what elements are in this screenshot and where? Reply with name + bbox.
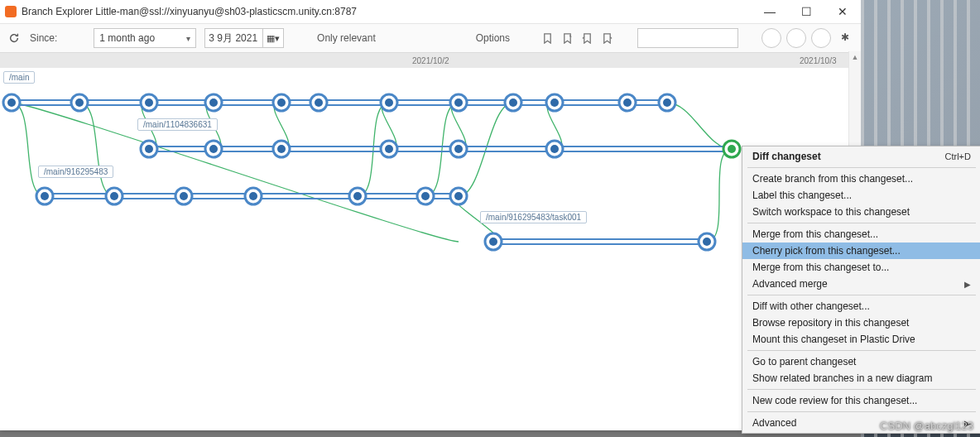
- svg-point-63: [703, 238, 711, 246]
- close-button[interactable]: ✕: [824, 0, 861, 23]
- app-icon: [5, 6, 17, 17]
- menu-item[interactable]: Merge from this changeset...: [742, 226, 980, 243]
- settings-icon[interactable]: ✱: [836, 28, 854, 46]
- menu-item[interactable]: Cherry pick from this changeset...: [742, 243, 980, 259]
- menu-item[interactable]: Label this changeset...: [742, 187, 980, 204]
- svg-point-13: [315, 98, 323, 107]
- scroll-up-icon[interactable]: ▲: [849, 51, 861, 63]
- menu-item[interactable]: Diff with other changeset...: [742, 298, 980, 315]
- bookmark-group: [540, 31, 614, 46]
- svg-point-7: [145, 98, 153, 107]
- date-marker: 2021/10/2: [412, 56, 449, 65]
- menu-item[interactable]: Go to parent changeset: [742, 353, 980, 370]
- minimize-button[interactable]: ―: [752, 0, 788, 23]
- svg-point-17: [454, 98, 463, 107]
- menu-item[interactable]: Browse repository in this changeset: [742, 315, 980, 331]
- watermark: CSDN @abczgl123: [880, 420, 973, 432]
- toolbar: Since: 1 month ago ▾ 3 9月 2021 ▦▾ Only r…: [0, 24, 861, 53]
- menu-item[interactable]: Switch workspace to this changeset: [742, 204, 980, 220]
- svg-point-5: [75, 98, 84, 107]
- app-window: Branch Explorer Little-man@ssl://xinyuan…: [0, 0, 861, 430]
- menu-item[interactable]: Mount this changeset in Plastic Drive: [742, 331, 980, 348]
- user-filter-icon[interactable]: [811, 28, 831, 48]
- branch-label[interactable]: /main/1104836631: [137, 118, 218, 131]
- menu-item[interactable]: Create branch from this changeset...: [742, 170, 980, 187]
- svg-point-31: [209, 145, 218, 153]
- user-filter-group: ✱: [761, 28, 854, 48]
- svg-point-33: [277, 145, 286, 153]
- svg-point-25: [663, 98, 671, 107]
- calendar-icon: ▦▾: [267, 33, 280, 44]
- bookmark-add-icon[interactable]: [560, 31, 574, 46]
- svg-point-51: [249, 192, 257, 200]
- svg-point-55: [421, 192, 430, 200]
- svg-point-15: [385, 98, 393, 107]
- branch-label[interactable]: /main/916295483: [38, 166, 113, 178]
- context-menu: Diff changesetCtrl+DCreate branch from t…: [742, 146, 980, 434]
- svg-point-61: [489, 238, 497, 246]
- svg-point-11: [277, 98, 286, 107]
- date-value: 3 9月 2021: [209, 31, 257, 46]
- svg-point-53: [353, 192, 362, 200]
- svg-point-57: [454, 192, 463, 200]
- svg-point-19: [509, 98, 517, 107]
- menu-item[interactable]: Show related branches in a new diagram: [742, 370, 980, 387]
- svg-point-37: [454, 145, 463, 153]
- bookmark-prev-icon[interactable]: [579, 31, 594, 46]
- svg-point-41: [728, 145, 736, 153]
- bookmark-next-icon[interactable]: [599, 31, 614, 46]
- maximize-button[interactable]: ☐: [788, 0, 824, 23]
- date-picker[interactable]: 3 9月 2021 ▦▾: [204, 28, 284, 48]
- svg-point-49: [180, 192, 188, 200]
- menu-item[interactable]: New code review for this changeset...: [742, 392, 980, 409]
- window-title: Branch Explorer Little-man@ssl://xinyuan…: [22, 6, 357, 17]
- options-button[interactable]: Options: [476, 32, 510, 44]
- branch-label[interactable]: /main: [3, 71, 35, 84]
- svg-point-23: [623, 98, 632, 107]
- svg-point-39: [550, 145, 559, 153]
- only-relevant-toggle[interactable]: Only relevant: [317, 32, 376, 44]
- branch-canvas[interactable]: /main/main/1104836631/main/916295483/mai…: [0, 68, 861, 424]
- date-strip: 2021/10/2 2021/10/3: [0, 53, 861, 68]
- user-filter-icon[interactable]: [761, 28, 781, 48]
- chevron-down-icon: ▾: [186, 34, 190, 43]
- since-label: Since:: [30, 32, 57, 44]
- svg-point-3: [7, 98, 16, 107]
- submenu-arrow-icon: ▶: [964, 280, 971, 289]
- user-filter-icon[interactable]: [786, 28, 806, 48]
- title-bar: Branch Explorer Little-man@ssl://xinyuan…: [0, 0, 861, 24]
- date-marker: 2021/10/3: [800, 56, 837, 65]
- svg-point-35: [385, 145, 393, 153]
- svg-point-9: [209, 98, 218, 107]
- branch-label[interactable]: /main/916295483/task001: [480, 211, 587, 223]
- menu-item[interactable]: Merge from this changeset to...: [742, 259, 980, 276]
- svg-point-45: [41, 192, 49, 200]
- menu-item[interactable]: Diff changesetCtrl+D: [742, 148, 980, 165]
- range-combo[interactable]: 1 month ago ▾: [94, 28, 196, 48]
- search-input[interactable]: [637, 28, 738, 48]
- svg-point-47: [110, 192, 118, 200]
- range-combo-value: 1 month ago: [99, 32, 155, 44]
- refresh-icon[interactable]: [7, 31, 22, 46]
- menu-item[interactable]: Advanced merge▶: [742, 276, 980, 292]
- svg-point-21: [550, 98, 559, 107]
- bookmark-icon[interactable]: [540, 31, 555, 46]
- svg-point-29: [145, 145, 153, 153]
